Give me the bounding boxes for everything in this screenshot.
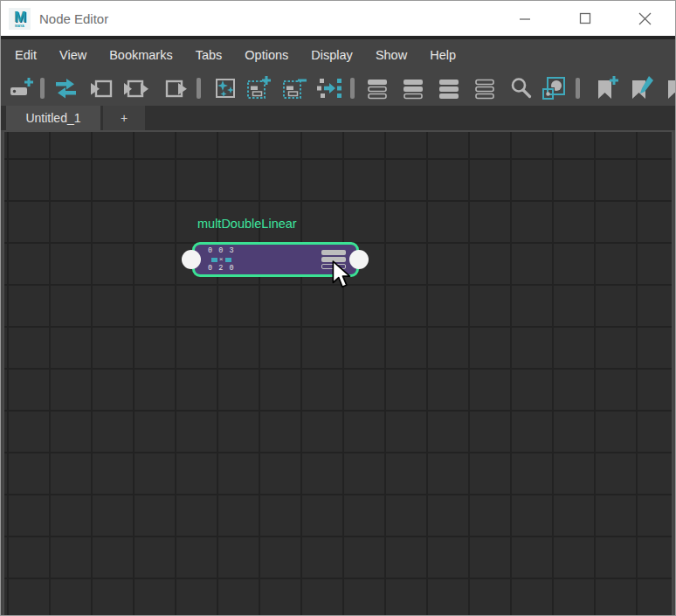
maya-logo-icon: M MAYA xyxy=(9,8,31,30)
add-selected-to-graph-icon[interactable] xyxy=(245,75,272,101)
teal-square xyxy=(225,258,231,262)
select-sparkle-icon[interactable] xyxy=(212,75,238,101)
add-tab-label: + xyxy=(121,111,128,125)
edit-bookmark-icon[interactable] xyxy=(628,75,654,101)
input-output-connections-icon[interactable] xyxy=(123,75,149,101)
graph-connections-icon[interactable] xyxy=(316,75,342,101)
toolbar-separator xyxy=(350,78,355,99)
minimize-button[interactable] xyxy=(494,1,555,36)
maximize-button[interactable] xyxy=(555,1,615,36)
multiply-symbol: × xyxy=(219,255,224,264)
menu-help[interactable]: Help xyxy=(430,48,456,62)
node-graph-canvas[interactable]: multDoubleLinear 0 0 3 × 0 2 0 xyxy=(3,130,673,616)
mult-matrix-icon: 0 0 3 × 0 2 0 xyxy=(208,246,235,273)
toolbar-separator xyxy=(40,78,45,99)
menu-edit[interactable]: Edit xyxy=(15,48,37,62)
mouse-cursor xyxy=(331,260,354,290)
tab-label: Untitled_1 xyxy=(25,111,80,125)
tab-untitled-1[interactable]: Untitled_1 xyxy=(6,106,100,130)
add-node-icon[interactable] xyxy=(8,75,34,101)
display-mode-connected-icon[interactable] xyxy=(400,75,426,101)
toggle-swatch-size-icon[interactable] xyxy=(541,75,567,101)
matrix-row-middle: × xyxy=(208,255,235,264)
display-mode-custom-icon[interactable] xyxy=(472,75,498,101)
input-connections-icon[interactable] xyxy=(88,75,114,101)
chrome: Edit View Bookmarks Tabs Options Display… xyxy=(1,36,675,106)
bookmark-icon[interactable] xyxy=(663,75,676,101)
node-title: multDoubleLinear xyxy=(197,217,297,231)
add-tab-button[interactable]: + xyxy=(103,106,145,130)
display-mode-full-icon[interactable] xyxy=(436,75,462,101)
menu-view[interactable]: View xyxy=(59,48,86,62)
toolbar-separator xyxy=(576,78,580,99)
teal-square xyxy=(211,258,217,262)
menu-bookmarks[interactable]: Bookmarks xyxy=(109,48,173,62)
tabbar: Untitled_1 + xyxy=(1,106,675,130)
matrix-row-bottom: 0 2 0 xyxy=(208,264,235,273)
menu-options[interactable]: Options xyxy=(245,48,288,62)
window-controls xyxy=(494,1,675,36)
toolbar-separator xyxy=(197,78,201,99)
close-button[interactable] xyxy=(615,1,675,36)
toolbar xyxy=(1,71,675,106)
output-connections-icon[interactable] xyxy=(163,75,190,101)
menu-display[interactable]: Display xyxy=(311,48,353,62)
sync-connections-icon[interactable] xyxy=(53,75,79,101)
window-title: Node Editor xyxy=(39,11,108,26)
remove-selected-from-graph-icon[interactable] xyxy=(281,75,307,101)
menu-tabs[interactable]: Tabs xyxy=(196,48,223,62)
matrix-row-top: 0 0 3 xyxy=(208,246,235,255)
node-input-port[interactable] xyxy=(182,250,201,269)
display-mode-simple-icon[interactable] xyxy=(364,75,390,101)
titlebar: M MAYA Node Editor xyxy=(1,1,675,36)
node-editor-window: M MAYA Node Editor Edit View Bookmarks T… xyxy=(0,0,676,616)
menubar: Edit View Bookmarks Tabs Options Display… xyxy=(1,39,675,71)
add-bookmark-icon[interactable] xyxy=(593,75,619,101)
search-icon[interactable] xyxy=(507,75,534,101)
menu-show[interactable]: Show xyxy=(376,48,407,62)
